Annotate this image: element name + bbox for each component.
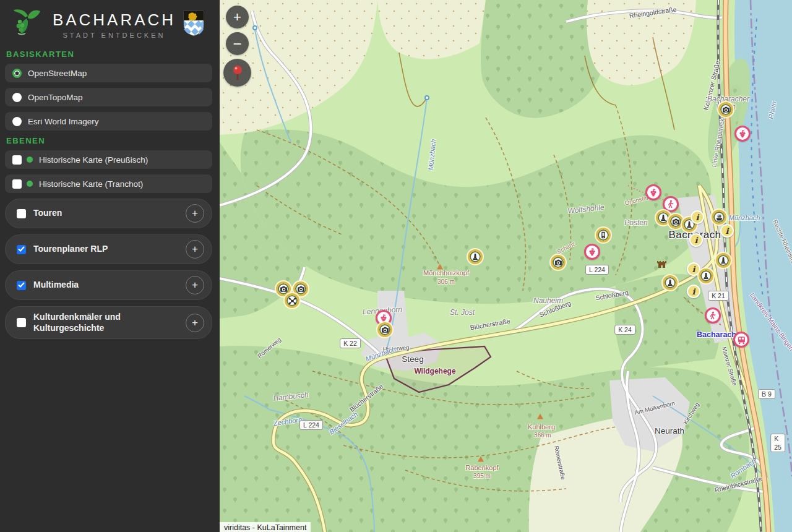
map-label: Kuhlberg <box>528 423 555 431</box>
map-label: Mönchholzkopf <box>423 269 469 277</box>
basemap-label: OpenStreetMap <box>28 69 87 78</box>
spring-icon <box>252 25 257 30</box>
map-label: Münzbach <box>729 214 760 221</box>
basemap-tiles <box>220 0 792 532</box>
monument-marker[interactable] <box>699 268 713 283</box>
photo-marker[interactable] <box>668 214 683 229</box>
layer-label: Historische Karte (Tranchot) <box>39 179 143 189</box>
info-marker[interactable]: i <box>689 233 703 247</box>
hiking-tour-marker[interactable] <box>705 307 721 324</box>
road-badge: B 9 <box>758 389 775 399</box>
castle-icon <box>656 259 667 270</box>
map-label: Bacharach <box>697 330 736 339</box>
pin-icon <box>231 65 244 81</box>
zoom-out-button[interactable]: − <box>226 32 249 55</box>
map-attribution: viriditas - KuLaTainment <box>220 522 311 532</box>
road-badge: K 24 <box>614 325 635 335</box>
monument-marker[interactable] <box>663 275 678 290</box>
audioguide-marker[interactable] <box>596 228 611 242</box>
layer-group-touren[interactable]: Touren + <box>5 199 212 228</box>
monument-marker[interactable] <box>716 253 731 268</box>
map-label: 366 m <box>534 432 551 439</box>
basemaps-heading: BASISKARTEN <box>6 49 220 59</box>
vineyard-tour-marker[interactable] <box>734 126 751 142</box>
layer-label: Historische Karte (Preußisch) <box>39 155 148 165</box>
map-label: St. Jost <box>450 308 475 317</box>
group-label: Multimedia <box>33 280 79 291</box>
map-label: Neurath <box>655 426 684 435</box>
map-canvas[interactable]: RheingoldstraßeKoblenzer StraßeLinke Rhe… <box>220 0 792 532</box>
layer-toggle-historische-karte-tranchot[interactable]: Historische Karte (Tranchot) <box>5 174 212 193</box>
radio-icon[interactable] <box>12 93 22 102</box>
group-label: Kulturdenkmäler und Kulturgeschichte <box>33 312 163 333</box>
add-marker-button[interactable] <box>223 59 251 87</box>
basemap-label: Esri World Imagery <box>28 117 99 126</box>
expand-group-button[interactable]: + <box>186 314 204 332</box>
bus-stop-marker[interactable] <box>733 332 749 348</box>
photo-marker[interactable] <box>551 255 566 270</box>
layer-toggle-historische-karte-preussisch[interactable]: Historische Karte (Preußisch) <box>5 150 212 169</box>
peak-icon <box>437 264 443 270</box>
basemap-option-opentopomap[interactable]: OpenTopoMap <box>5 88 212 106</box>
group-label: Tourenplaner RLP <box>33 244 108 255</box>
layer-color-dot <box>27 181 33 187</box>
radio-selected-icon[interactable] <box>12 69 22 78</box>
layer-group-kulturdenkmaeler[interactable]: Kulturdenkmäler und Kulturgeschichte + <box>5 306 212 339</box>
info-marker[interactable]: i <box>720 224 734 238</box>
map-label: Rabenkopf <box>465 464 498 471</box>
map-label: 306 m <box>437 278 455 285</box>
road-badge: K 25 <box>770 434 785 452</box>
map-label: Steeg <box>402 354 423 364</box>
photo-marker[interactable] <box>718 102 733 117</box>
monument-marker[interactable] <box>468 249 483 264</box>
map-label: Posten <box>624 218 647 227</box>
layer-group-tourenplaner-rlp[interactable]: Tourenplaner RLP + <box>5 234 212 264</box>
ferry-marker[interactable] <box>712 210 726 225</box>
map-label: 395 m <box>473 473 491 479</box>
app-window: BACHARACH STADT ENTDECKEN BASISKARTEN <box>0 0 792 532</box>
checkbox-checked-icon[interactable] <box>17 245 26 254</box>
app-subtitle: STADT ENTDECKEN <box>53 32 176 39</box>
brand-header: BACHARACH STADT ENTDECKEN <box>0 5 220 47</box>
expand-group-button[interactable]: + <box>186 240 204 259</box>
group-label: Touren <box>33 208 62 219</box>
layers-heading: EBENEN <box>6 136 220 145</box>
checkbox-icon[interactable] <box>12 155 22 165</box>
layer-group-multimedia[interactable]: Multimedia + <box>5 270 212 300</box>
expand-group-button[interactable]: + <box>186 276 204 294</box>
drone-video-marker[interactable] <box>285 293 299 308</box>
brand-title-wrap: BACHARACH STADT ENTDECKEN <box>53 11 176 39</box>
city-crest-icon <box>183 11 204 39</box>
info-marker[interactable]: i <box>691 210 704 224</box>
checkbox-checked-icon[interactable] <box>17 281 26 290</box>
map-label: Wildgehege <box>414 367 455 375</box>
basemap-label: OpenTopoMap <box>28 93 83 102</box>
peak-icon <box>478 457 484 462</box>
basemap-option-esri-world-imagery[interactable]: Esri World Imagery <box>5 112 212 131</box>
info-marker[interactable]: i <box>687 285 700 298</box>
road-badge: L 224 <box>585 265 609 275</box>
road-badge: K 22 <box>340 338 361 348</box>
vineyard-tour-marker[interactable] <box>584 244 600 260</box>
grape-leaf-logo-icon <box>13 9 45 41</box>
vineyard-tour-marker[interactable] <box>645 184 661 200</box>
road-badge: K 21 <box>708 291 729 301</box>
hiking-tour-marker[interactable] <box>663 196 679 212</box>
peak-icon <box>537 414 543 419</box>
expand-group-button[interactable]: + <box>186 204 204 223</box>
basemap-option-openstreetmap[interactable]: OpenStreetMap <box>5 64 212 82</box>
layer-color-dot <box>27 157 33 163</box>
spring-icon <box>424 95 429 100</box>
checkbox-icon[interactable] <box>12 179 22 189</box>
checkbox-icon[interactable] <box>17 209 26 218</box>
radio-icon[interactable] <box>12 117 22 126</box>
app-title: BACHARACH <box>53 11 176 30</box>
road-badge: L 224 <box>299 420 323 430</box>
photo-marker[interactable] <box>377 322 392 337</box>
layer-sidebar: BACHARACH STADT ENTDECKEN BASISKARTEN <box>0 0 220 532</box>
zoom-in-button[interactable]: + <box>226 6 249 28</box>
checkbox-icon[interactable] <box>17 318 26 327</box>
